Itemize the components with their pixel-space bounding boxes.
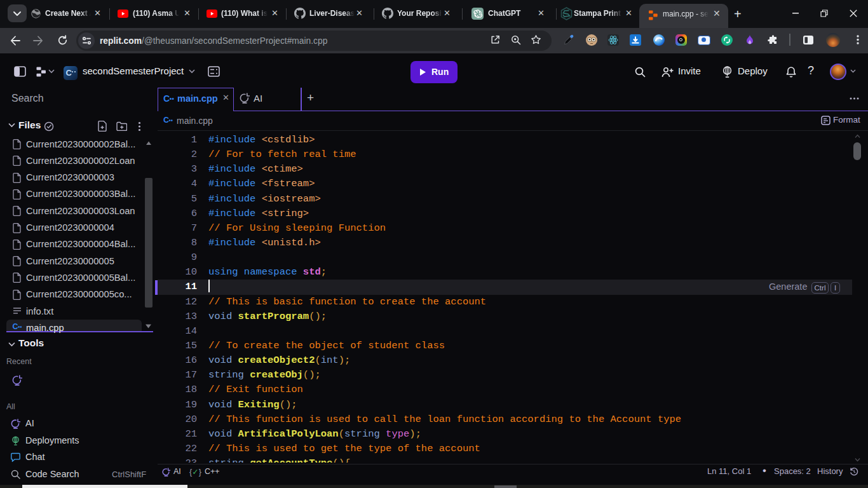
svg-text:C: C — [163, 116, 169, 125]
svg-text:C: C — [163, 93, 170, 104]
